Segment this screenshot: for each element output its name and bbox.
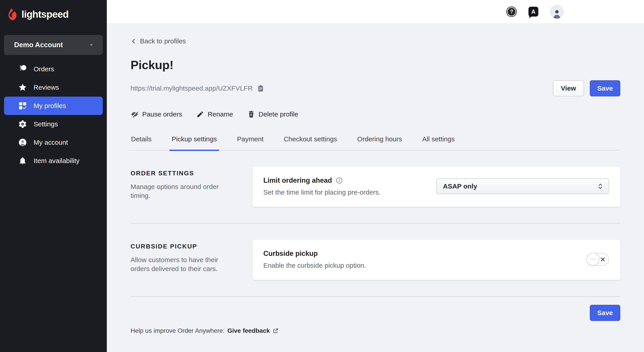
sidebar-item-orders[interactable]: Orders (4, 60, 103, 78)
delete-profile-label: Delete profile (259, 111, 298, 118)
order-settings-section: ORDER SETTINGS Manage options around ord… (130, 151, 620, 207)
sidebar-item-label: Reviews (34, 84, 59, 91)
curbside-intro: CURBSIDE PICKUP Allow customers to have … (130, 240, 252, 280)
rename-label: Rename (208, 111, 233, 118)
top-bar: ? A (107, 0, 644, 23)
section-description: Manage options around order timing. (130, 182, 236, 200)
brand-logo: lightspeed (4, 6, 103, 20)
sidebar-item-label: My profiles (34, 102, 66, 110)
sidebar: lightspeed Demo Account Orders (0, 0, 107, 352)
tab-payment[interactable]: Payment (235, 135, 266, 151)
delete-profile-action[interactable]: Delete profile (248, 111, 298, 118)
section-description: Allow customers to have their orders del… (130, 255, 236, 273)
back-to-profiles-link[interactable]: Back to profiles (130, 37, 186, 45)
sidebar-item-label: My account (34, 139, 68, 146)
limit-ordering-card: Limit ordering ahead Set the time limit … (252, 167, 620, 207)
pencil-icon (196, 111, 204, 118)
account-icon (18, 138, 27, 147)
back-link-label: Back to profiles (140, 37, 186, 45)
section-heading: CURBSIDE PICKUP (130, 243, 252, 250)
rename-action[interactable]: Rename (196, 111, 233, 118)
tab-all-settings[interactable]: All settings (420, 135, 457, 151)
select-chevrons-icon (597, 182, 604, 190)
bottom-save-row: Save (130, 305, 620, 321)
help-icon[interactable]: ? (506, 6, 517, 17)
tab-ordering-hours[interactable]: Ordering hours (355, 135, 404, 151)
toggle-knob (586, 253, 600, 266)
bell-icon (18, 156, 27, 166)
profile-actions: Pause orders Rename Delete profile (130, 110, 620, 118)
give-feedback-link[interactable]: Give feedback (227, 327, 270, 334)
tab-checkout-settings[interactable]: Checkout settings (282, 135, 339, 151)
profile-url-group: https://trial.mylightspeed.app/UZXFVLFR (130, 85, 264, 92)
curbside-text: Curbside pickup Enable the curbside pick… (263, 250, 366, 269)
person-icon (552, 9, 562, 18)
language-icon[interactable]: A (528, 7, 538, 16)
brand-name: lightspeed (22, 9, 68, 20)
page-title: Pickup! (130, 58, 620, 72)
save-button-top[interactable]: Save (590, 80, 620, 96)
section-heading: ORDER SETTINGS (130, 170, 252, 177)
star-icon (18, 83, 27, 92)
account-selector[interactable]: Demo Account (4, 35, 103, 55)
sidebar-item-item-availability[interactable]: Item availability (4, 152, 103, 170)
save-button-bottom[interactable]: Save (590, 305, 620, 321)
order-settings-intro: ORDER SETTINGS Manage options around ord… (130, 167, 252, 207)
external-link-icon (272, 328, 279, 334)
tab-details[interactable]: Details (129, 135, 154, 151)
curbside-pickup-section: CURBSIDE PICKUP Allow customers to have … (130, 224, 620, 280)
card-title: Curbside pickup (263, 250, 318, 258)
language-glyph: A (531, 8, 536, 15)
profile-url: https://trial.mylightspeed.app/UZXFVLFR (130, 85, 252, 92)
card-title: Limit ordering ahead (263, 176, 332, 184)
chevron-left-icon (130, 38, 137, 44)
card-description: Set the time limit for placing pre-order… (263, 188, 381, 196)
sidebar-item-my-account[interactable]: My account (4, 133, 103, 152)
copy-clipboard-icon[interactable] (257, 85, 264, 92)
chevron-down-icon (88, 42, 94, 48)
feedback-text: Help us improve Order Anywhere: (130, 327, 224, 334)
eye-off-icon (130, 110, 138, 118)
sidebar-nav: Orders Reviews (4, 60, 103, 170)
account-selector-label: Demo Account (14, 41, 63, 49)
help-glyph: ? (508, 8, 516, 16)
toggle-off-x-icon (600, 257, 606, 262)
app-window: lightspeed Demo Account Orders (0, 0, 644, 352)
bottom-divider (130, 296, 620, 297)
info-icon[interactable] (336, 177, 343, 184)
dining-icon (18, 64, 27, 74)
sidebar-item-label: Item availability (34, 157, 80, 165)
sidebar-item-my-profiles[interactable]: My profiles (4, 97, 103, 115)
main-area: ? A Back to profiles Pickup! (107, 0, 644, 352)
gear-icon (18, 119, 27, 129)
lightspeed-flame-icon (7, 8, 18, 20)
pause-orders-action[interactable]: Pause orders (130, 110, 182, 118)
sidebar-item-label: Orders (34, 65, 54, 73)
url-row: https://trial.mylightspeed.app/UZXFVLFR … (130, 80, 620, 96)
header-buttons: View Save (553, 80, 620, 96)
view-button[interactable]: View (553, 80, 584, 96)
sidebar-item-settings[interactable]: Settings (4, 115, 103, 133)
sidebar-item-label: Settings (34, 120, 58, 128)
profiles-grid-icon (18, 101, 27, 111)
tab-pickup-settings[interactable]: Pickup settings (170, 135, 219, 151)
sidebar-item-reviews[interactable]: Reviews (4, 78, 103, 97)
page-content: Back to profiles Pickup! https://trial.m… (107, 23, 644, 352)
user-avatar[interactable] (550, 5, 564, 18)
limit-ordering-text: Limit ordering ahead Set the time limit … (263, 176, 381, 196)
settings-tabs: Details Pickup settings Payment Checkout… (129, 135, 620, 151)
pause-orders-label: Pause orders (142, 111, 182, 118)
select-value: ASAP only (443, 182, 477, 190)
curbside-toggle[interactable] (587, 253, 609, 266)
limit-ordering-select[interactable]: ASAP only (436, 178, 609, 194)
trash-icon (248, 111, 255, 118)
curbside-pickup-card: Curbside pickup Enable the curbside pick… (252, 240, 620, 280)
card-description: Enable the curbside pickup option. (263, 262, 366, 269)
feedback-footer: Help us improve Order Anywhere: Give fee… (130, 327, 620, 334)
